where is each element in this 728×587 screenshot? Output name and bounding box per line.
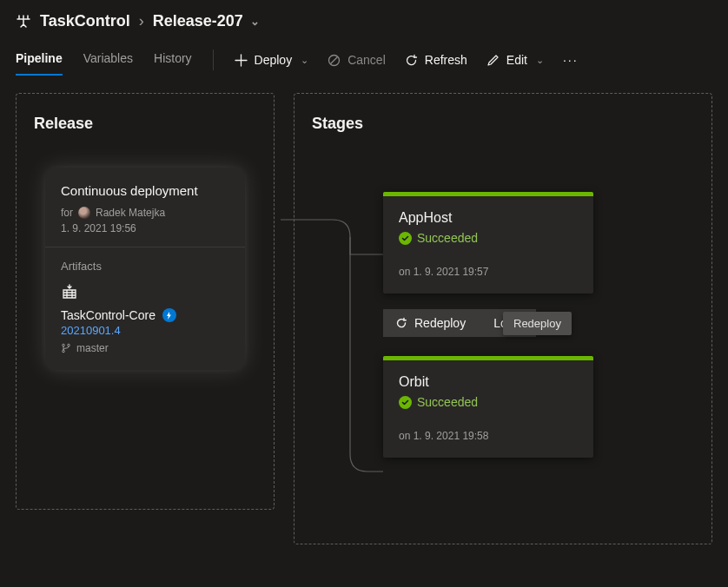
edit-icon [486,54,500,67]
release-author: for Radek Matejka [61,207,229,219]
breadcrumb-current[interactable]: Release-207 [153,12,243,30]
deploy-button[interactable]: Deploy ⌄ [235,48,309,72]
stage-name: Orbit [399,374,578,390]
plus-icon [235,54,248,67]
chevron-down-icon: ⌄ [301,55,308,66]
success-check-icon [399,232,412,245]
cancel-label: Cancel [347,53,386,67]
svg-point-1 [63,344,65,346]
artifact-build-icon [61,283,229,303]
cancel-icon [328,54,341,67]
release-card-top: Continuous deployment for Radek Matejka … [45,168,245,247]
stage-status-text: Succeeded [417,395,478,409]
stage-name: AppHost [399,210,578,226]
refresh-label: Refresh [425,53,467,67]
chevron-right-icon: › [139,12,144,30]
more-button[interactable]: ··· [563,48,579,72]
tab-history[interactable]: History [154,44,192,76]
stages-wrap: AppHost Succeeded on 1. 9. 2021 19:57 [312,159,694,458]
pipeline-project-icon [16,14,31,30]
author-name: Radek Matejka [96,207,165,219]
edit-button[interactable]: Edit ⌄ [486,48,544,72]
stage-timestamp: on 1. 9. 2021 19:57 [399,266,578,278]
stages-panel: Stages AppHost Succeeded on 1. 9. [294,93,712,544]
artifact-branch: master [61,342,229,354]
toolbar-separator [213,49,214,70]
refresh-icon [405,54,418,67]
release-card[interactable]: Continuous deployment for Radek Matejka … [45,168,245,370]
success-check-icon [399,396,412,409]
lightning-badge-icon [162,308,176,322]
stage-timestamp: on 1. 9. 2021 19:58 [399,430,578,442]
connector-lines [281,202,385,498]
cancel-button: Cancel [328,48,386,72]
deploy-label: Deploy [255,53,293,67]
main-content: Release Continuous deployment for Radek … [0,76,728,562]
chevron-down-icon[interactable]: ⌄ [250,15,260,28]
redeploy-tooltip: Redeploy [503,312,572,335]
redeploy-label: Redeploy [414,316,466,330]
artifact-name-row[interactable]: TaskControl-Core [61,308,229,322]
for-prefix: for [61,207,73,219]
tab-pipeline[interactable]: Pipeline [16,44,63,76]
tab-variables[interactable]: Variables [83,44,133,76]
stage-status-text: Succeeded [417,231,478,245]
svg-point-3 [63,350,65,353]
artifacts-label: Artifacts [61,260,229,273]
redeploy-icon [395,317,407,329]
edit-label: Edit [506,53,527,67]
breadcrumb-root[interactable]: TaskControl [40,12,130,30]
stage-card-apphost[interactable]: AppHost Succeeded on 1. 9. 2021 19:57 [383,192,593,294]
toolbar-actions: Deploy ⌄ Cancel Refresh Edit ⌄ ··· [235,48,579,72]
stage-status: Succeeded [399,395,578,409]
svg-point-2 [68,344,70,346]
release-timestamp: 1. 9. 2021 19:56 [61,222,229,234]
breadcrumb: TaskControl › Release-207 ⌄ [0,0,728,37]
branch-icon [61,343,71,353]
tabs: Pipeline Variables History [16,44,192,76]
release-card-bottom: Artifacts TaskControl-Core 20210901.4 [45,247,245,370]
artifact-version[interactable]: 20210901.4 [61,324,229,337]
chevron-down-icon: ⌄ [536,55,544,66]
branch-name: master [76,342,109,354]
stage-status: Succeeded [399,231,578,245]
redeploy-button[interactable]: Redeploy [383,309,478,337]
artifact-name: TaskControl-Core [61,308,156,322]
stages-panel-title: Stages [312,115,694,133]
stage-card-orbit[interactable]: Orbit Succeeded on 1. 9. 2021 19:58 [383,356,593,458]
release-panel-title: Release [34,115,256,133]
avatar [78,207,90,219]
release-trigger-title: Continuous deployment [61,183,229,198]
toolbar: Pipeline Variables History Deploy ⌄ Canc… [0,37,728,76]
refresh-button[interactable]: Refresh [405,48,467,72]
release-panel: Release Continuous deployment for Radek … [16,93,275,510]
